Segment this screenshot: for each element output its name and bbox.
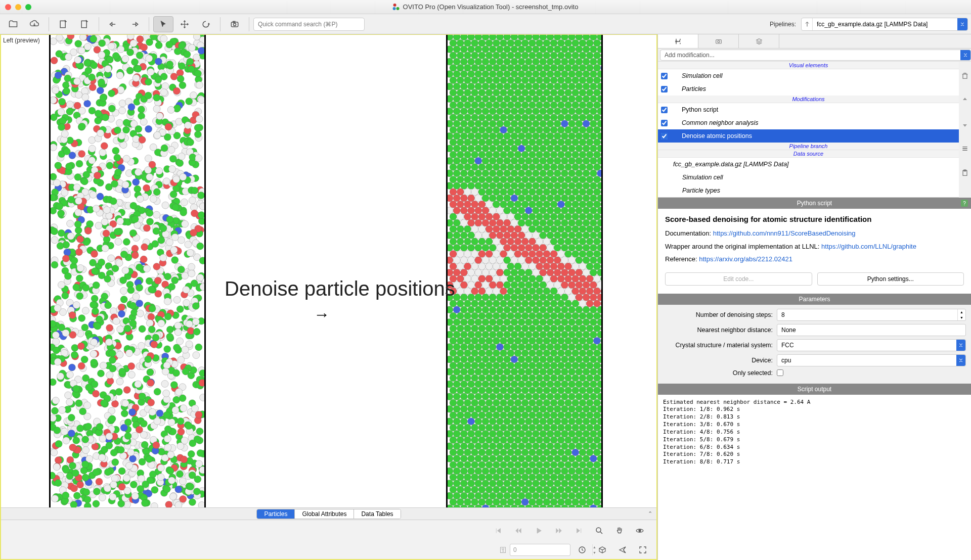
enable-checkbox[interactable]: [661, 120, 668, 126]
svg-point-2687: [547, 306, 554, 313]
close-window-button[interactable]: [5, 4, 11, 10]
move-down-icon[interactable]: [961, 120, 969, 128]
svg-point-2058: [453, 132, 460, 139]
svg-point-3270: [471, 474, 478, 481]
tab-data-tables[interactable]: Data Tables: [354, 509, 400, 519]
maximize-window-button[interactable]: [25, 4, 31, 10]
svg-point-1629: [69, 311, 76, 318]
time-config-button[interactable]: [573, 542, 591, 557]
visibility-checkbox[interactable]: [661, 73, 668, 79]
new-pipeline-button[interactable]: [53, 16, 73, 32]
viewport-label: Left (preview): [3, 37, 40, 44]
command-search-input[interactable]: [253, 18, 365, 31]
svg-point-3357: [464, 498, 471, 505]
tab-render[interactable]: [698, 34, 739, 48]
tab-global-attributes[interactable]: Global Attributes: [295, 509, 354, 519]
svg-point-918: [133, 178, 140, 185]
svg-point-1917: [550, 89, 557, 96]
svg-point-2714: [586, 312, 593, 319]
move-up-icon[interactable]: [961, 96, 969, 104]
tab-pipeline[interactable]: [658, 34, 698, 48]
svg-point-2538: [586, 263, 593, 270]
list-icon[interactable]: [961, 145, 969, 153]
svg-point-1818: [471, 64, 478, 71]
fullscreen-button[interactable]: [634, 542, 651, 557]
tree-item-particles[interactable]: Particles: [658, 82, 959, 96]
svg-point-3267: [450, 474, 457, 481]
nn-input[interactable]: None: [777, 324, 966, 336]
svg-point-1590: [68, 364, 75, 371]
svg-point-989: [75, 197, 82, 204]
goto-last-frame-button[interactable]: [570, 523, 588, 538]
crystal-select[interactable]: FCC: [777, 339, 966, 351]
clipboard-icon[interactable]: [961, 169, 969, 177]
next-frame-button[interactable]: [550, 523, 567, 538]
undo-button[interactable]: [103, 16, 123, 32]
tree-item-cna[interactable]: Common neighbor analysis: [658, 116, 959, 129]
svg-point-3265: [590, 468, 597, 475]
orbit-button[interactable]: [631, 523, 648, 538]
move-tool-button[interactable]: [174, 16, 195, 32]
play-button[interactable]: [530, 523, 547, 538]
render-button[interactable]: [225, 16, 245, 32]
tree-item-denoise[interactable]: Denoise atomic positions: [658, 129, 959, 143]
svg-point-2265: [521, 189, 528, 196]
pan-button[interactable]: [611, 523, 628, 538]
pipeline-selector[interactable]: fcc_gb_example.data.gz [LAMMPS Data]: [801, 18, 968, 31]
svg-point-1181: [66, 101, 73, 108]
svg-point-3356: [457, 498, 464, 505]
add-modification-dropdown[interactable]: Add modification...: [660, 50, 971, 61]
viewport[interactable]: Left (preview) Denoise particle position…: [1, 35, 656, 507]
enable-checkbox[interactable]: [661, 133, 668, 139]
svg-point-3348: [554, 492, 561, 499]
minimize-window-button[interactable]: [15, 4, 21, 10]
open-file-button[interactable]: [3, 16, 23, 32]
tab-overlays[interactable]: [739, 34, 779, 48]
tree-item-ds-simulation-cell[interactable]: Simulation cell: [658, 171, 959, 184]
tree-item-python-script[interactable]: Python script: [658, 103, 959, 116]
rotate-tool-button[interactable]: [196, 16, 216, 32]
help-icon[interactable]: ?: [961, 200, 968, 207]
tree-item-ds-particle-types[interactable]: Particle types: [658, 184, 959, 197]
edit-code-button[interactable]: Edit code...: [665, 272, 812, 286]
goto-first-frame-button[interactable]: [490, 523, 507, 538]
svg-point-3266: [597, 468, 601, 475]
svg-point-1325: [136, 264, 143, 271]
redo-button[interactable]: [124, 16, 145, 32]
svg-point-2883: [536, 362, 543, 369]
send-button[interactable]: [614, 542, 631, 557]
frame-number-input[interactable]: ▲▼: [510, 544, 570, 556]
tree-item-simulation-cell[interactable]: Simulation cell: [658, 69, 959, 82]
steps-input[interactable]: 8▲▼: [777, 309, 966, 321]
tree-item-data-file[interactable]: fcc_gb_example.data.gz [LAMMPS Data]: [658, 158, 959, 171]
python-settings-button[interactable]: Python settings...: [817, 272, 964, 286]
prev-frame-button[interactable]: [510, 523, 527, 538]
svg-point-2666: [557, 300, 564, 307]
save-file-button[interactable]: [74, 16, 95, 32]
cube-view-button[interactable]: [594, 542, 611, 557]
delete-icon[interactable]: [961, 72, 969, 80]
tab-particles[interactable]: Particles: [257, 509, 295, 519]
documentation-link[interactable]: https://github.com/nnn911/ScoreBasedDeno…: [713, 229, 856, 237]
download-remote-button[interactable]: [24, 16, 45, 32]
wrapper-link[interactable]: https://github.com/LLNL/graphite: [821, 243, 916, 250]
device-select[interactable]: cpu: [777, 354, 966, 366]
svg-point-2119: [576, 145, 583, 152]
select-tool-button[interactable]: [153, 16, 173, 32]
svg-point-2122: [597, 145, 601, 152]
reference-link[interactable]: https://arxiv.org/abs/2212.02421: [699, 255, 792, 263]
svg-point-1334: [192, 318, 199, 325]
svg-point-1751: [460, 45, 467, 53]
svg-point-3336: [468, 492, 475, 499]
svg-point-3244: [601, 461, 601, 469]
collapse-panel-icon[interactable]: ⌃: [648, 510, 652, 517]
svg-point-3180: [457, 449, 464, 456]
only-selected-checkbox[interactable]: [777, 369, 783, 376]
svg-point-1028: [178, 266, 185, 273]
zoom-button[interactable]: [591, 523, 608, 538]
svg-point-2582: [586, 275, 593, 282]
svg-point-2139: [564, 151, 571, 158]
svg-point-1925: [448, 96, 453, 103]
enable-checkbox[interactable]: [661, 107, 668, 113]
visibility-checkbox[interactable]: [661, 86, 668, 92]
